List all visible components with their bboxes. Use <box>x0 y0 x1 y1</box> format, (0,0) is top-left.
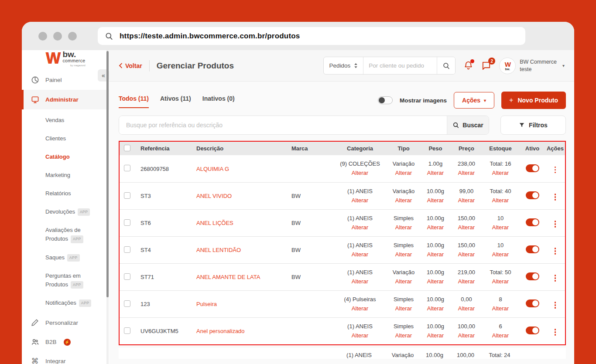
weight-alter-link[interactable]: Alterar <box>420 331 451 340</box>
stock-alter-link[interactable]: Alterar <box>482 277 519 286</box>
row-description-link[interactable]: ANEL LIÇÕES <box>191 220 286 226</box>
weight-alter-link[interactable]: Alterar <box>420 250 451 259</box>
row-active-toggle[interactable] <box>526 272 539 280</box>
row-checkbox[interactable] <box>124 273 130 280</box>
actions-button[interactable]: Ações ▾ <box>454 92 494 109</box>
row-actions-menu[interactable] <box>553 327 558 337</box>
account-menu[interactable]: Wbw. BW Commerce teste ▾ <box>499 58 565 74</box>
sidebar-item-notificações[interactable]: NotificaçõesAPP <box>22 294 109 312</box>
stock-alter-link[interactable]: Alterar <box>482 169 519 178</box>
row-checkbox[interactable] <box>124 327 130 334</box>
type-alter-link[interactable]: Alterar <box>387 250 420 259</box>
row-active-toggle[interactable] <box>526 191 539 199</box>
price-alter-link[interactable]: Alterar <box>451 277 482 286</box>
stock-alter-link[interactable]: Alterar <box>482 331 519 340</box>
window-controls[interactable] <box>38 32 77 41</box>
sidebar-item-devoluções[interactable]: DevoluçõesAPP <box>22 203 109 221</box>
row-description-link[interactable]: Pulseira <box>191 301 286 307</box>
sidebar-item-saques[interactable]: SaquesAPP <box>22 248 109 267</box>
type-alter-link[interactable]: Alterar <box>387 277 420 286</box>
sidebar-item-clientes[interactable]: Clientes <box>22 129 109 148</box>
category-alter-link[interactable]: Alterar <box>332 223 387 232</box>
row-checkbox[interactable] <box>124 165 130 171</box>
window-control-dot[interactable] <box>38 32 47 41</box>
sidebar-item-administrar[interactable]: Administrar <box>22 90 109 109</box>
row-description-link[interactable]: ANEL AMANTE DE LATA <box>191 274 286 280</box>
price-alter-link[interactable]: Alterar <box>451 223 482 232</box>
row-checkbox[interactable] <box>124 246 130 253</box>
row-actions-menu[interactable] <box>553 300 558 310</box>
tab-ativos[interactable]: Ativos (11) <box>160 95 191 108</box>
row-active-toggle[interactable] <box>526 218 539 226</box>
logo[interactable]: W bw. commerce by magazord <box>22 50 109 67</box>
category-alter-link[interactable]: Alterar <box>332 277 387 286</box>
stock-alter-link[interactable]: Alterar <box>482 223 519 232</box>
sidebar-item-catálogo[interactable]: Catálogo <box>22 148 109 166</box>
row-checkbox[interactable] <box>124 219 130 226</box>
row-actions-menu[interactable] <box>553 192 558 202</box>
category-alter-link[interactable]: Alterar <box>332 331 387 340</box>
row-actions-menu[interactable] <box>553 246 558 256</box>
new-product-button[interactable]: + Novo Produto <box>501 92 566 109</box>
stock-alter-link[interactable]: Alterar <box>482 304 519 313</box>
messages-button[interactable]: 2 <box>481 61 491 71</box>
row-actions-menu[interactable] <box>553 219 558 229</box>
row-checkbox[interactable] <box>124 300 130 307</box>
row-active-toggle[interactable] <box>526 299 539 307</box>
back-button[interactable]: Voltar <box>119 62 142 69</box>
stock-alter-link[interactable]: Alterar <box>482 250 519 259</box>
show-images-toggle[interactable] <box>378 96 393 104</box>
sidebar-scrollbar-thumb[interactable] <box>106 51 109 297</box>
filters-button[interactable]: Filtros <box>500 116 566 135</box>
category-alter-link[interactable]: Alterar <box>332 250 387 259</box>
url-bar[interactable]: https://teste.admin.bwcommerce.com.br/pr… <box>98 27 525 45</box>
product-search-input[interactable] <box>119 116 447 134</box>
row-actions-menu[interactable] <box>553 165 558 175</box>
sidebar-item-perguntas-em-produtos[interactable]: Perguntas em ProdutosAPP <box>22 267 109 294</box>
sidebar-item-integrar[interactable]: ⌘ Integrar <box>22 352 109 364</box>
weight-alter-link[interactable]: Alterar <box>420 277 451 286</box>
sidebar-item-relatórios[interactable]: Relatórios <box>22 184 109 203</box>
price-alter-link[interactable]: Alterar <box>451 196 482 205</box>
tab-inativos[interactable]: Inativos (0) <box>202 95 235 108</box>
row-checkbox[interactable] <box>124 192 130 199</box>
sidebar-item-marketing[interactable]: Marketing <box>22 166 109 184</box>
window-control-dot[interactable] <box>53 32 62 41</box>
row-description-link[interactable]: ALQUIMIA G <box>191 166 286 172</box>
price-alter-link[interactable]: Alterar <box>451 169 482 178</box>
row-active-toggle[interactable] <box>526 245 539 253</box>
row-description-link[interactable]: ANEL VIVIDO <box>191 193 286 199</box>
price-alter-link[interactable]: Alterar <box>451 331 482 340</box>
row-active-toggle[interactable] <box>526 327 539 334</box>
type-alter-link[interactable]: Alterar <box>387 223 420 232</box>
tab-todos[interactable]: Todos (11) <box>119 95 149 108</box>
sidebar-item-personalizar[interactable]: Personalizar <box>22 313 109 332</box>
category-alter-link[interactable]: Alterar <box>332 304 387 313</box>
select-all-checkbox[interactable] <box>124 145 130 151</box>
weight-alter-link[interactable]: Alterar <box>420 304 451 313</box>
sidebar-item-b2b[interactable]: B2B ⚡ <box>22 332 109 352</box>
weight-alter-link[interactable]: Alterar <box>420 196 451 205</box>
row-active-toggle[interactable] <box>526 164 539 172</box>
sidebar-item-avaliações-de-produtos[interactable]: Avaliações de ProdutosAPP <box>22 221 109 248</box>
type-alter-link[interactable]: Alterar <box>387 331 420 340</box>
search-button[interactable]: Buscar <box>447 116 489 134</box>
category-alter-link[interactable]: Alterar <box>332 196 387 205</box>
type-alter-link[interactable]: Alterar <box>387 196 420 205</box>
window-control-dot[interactable] <box>68 32 77 41</box>
order-search-button[interactable] <box>437 57 455 74</box>
type-alter-link[interactable]: Alterar <box>387 304 420 313</box>
price-alter-link[interactable]: Alterar <box>451 304 482 313</box>
sidebar-item-vendas[interactable]: Vendas <box>22 111 109 129</box>
weight-alter-link[interactable]: Alterar <box>420 223 451 232</box>
row-description-link[interactable]: ANEL LENTIDÃO <box>191 247 286 253</box>
weight-alter-link[interactable]: Alterar <box>420 169 451 178</box>
order-search-input[interactable] <box>363 57 437 74</box>
notifications-button[interactable] <box>463 61 473 71</box>
search-scope-select[interactable]: Pedidos <box>324 57 363 74</box>
row-description-link[interactable]: Anel personalizado <box>191 328 286 334</box>
price-alter-link[interactable]: Alterar <box>451 250 482 259</box>
category-alter-link[interactable]: Alterar <box>332 169 387 178</box>
sidebar-item-painel[interactable]: Painel <box>22 70 109 90</box>
stock-alter-link[interactable]: Alterar <box>482 196 519 205</box>
